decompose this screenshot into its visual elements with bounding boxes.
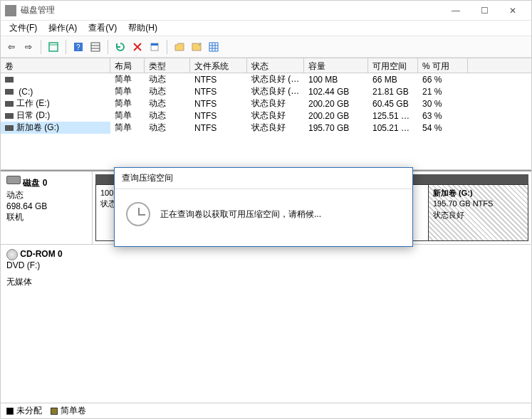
window-title: 磁盘管理 [21,4,442,16]
table-row[interactable]: 简单动态NTFS状态良好 (…100 MB66 MB66 % [1,73,531,85]
menubar: 文件(F) 操作(A) 查看(V) 帮助(H) [1,21,531,36]
legend-unallocated: 未分配 [16,405,42,417]
disk-size: 698.64 GB [6,201,86,211]
disk-info[interactable]: 磁盘 0 动态 698.64 GB 联机 [1,171,93,244]
table-row[interactable]: 日常 (D:)简单动态NTFS状态良好200.20 GB125.51 …63 % [1,110,531,122]
close-button[interactable]: ✕ [499,1,527,21]
col-type[interactable]: 类型 [145,58,190,73]
disk-label: 磁盘 0 [23,178,47,188]
col-fs[interactable]: 文件系统 [190,58,247,73]
clock-icon [126,202,150,226]
col-pct[interactable]: % 可用 [418,58,468,73]
svg-rect-3 [91,43,100,51]
properties-icon[interactable] [147,39,162,55]
cdrom-label: CD-ROM 0 [20,249,62,259]
help-icon[interactable]: ? [71,39,86,55]
legend: 未分配 简单卷 [1,403,531,418]
cdrom-drive: DVD (F:) [6,260,88,270]
cdrom-icon [6,249,18,260]
forward-button[interactable]: ⇨ [21,39,36,55]
separator [167,40,167,54]
separator [66,40,66,54]
legend-swatch-unallocated [6,408,14,415]
disk-icon [6,176,21,184]
minimize-button[interactable]: — [442,1,470,21]
partition[interactable]: 新加卷 (G:)195.70 GB NTFS状态良好 [428,185,528,240]
col-status[interactable]: 状态 [247,58,304,73]
svg-rect-0 [49,43,58,51]
svg-rect-7 [209,43,218,51]
col-free[interactable]: 可用空间 [368,58,418,73]
dialog-message: 正在查询卷以获取可用压缩空间，请稍候... [160,208,321,221]
disk-state: 联机 [6,211,86,223]
list-icon[interactable] [88,39,103,55]
show-hide-button[interactable] [46,39,61,55]
volume-list: 卷 布局 类型 文件系统 状态 容量 可用空间 % 可用 简单动态NTFS状态良… [1,58,531,170]
disk-type: 动态 [6,189,86,201]
svg-rect-5 [151,43,158,46]
menu-action[interactable]: 操作(A) [43,21,83,36]
table-row[interactable]: (C:)简单动态NTFS状态良好 (…102.44 GB21.81 GB21 % [1,85,531,97]
menu-file[interactable]: 文件(F) [4,21,43,36]
cdrom-info[interactable]: CD-ROM 0 DVD (F:) 无媒体 [1,245,93,403]
legend-simple: 简单卷 [61,405,86,417]
separator [108,40,108,54]
menu-view[interactable]: 查看(V) [83,21,122,36]
svg-text:?: ? [76,43,80,51]
table-row[interactable]: 工作 (E:)简单动态NTFS状态良好200.20 GB60.45 GB30 % [1,97,531,110]
menu-help[interactable]: 帮助(H) [122,21,163,36]
col-cap[interactable]: 容量 [304,58,368,73]
delete-icon[interactable] [130,39,145,55]
column-headers[interactable]: 卷 布局 类型 文件系统 状态 容量 可用空间 % 可用 [1,58,531,73]
save-icon[interactable] [189,39,204,55]
col-volume[interactable]: 卷 [1,58,110,73]
open-icon[interactable] [172,39,187,55]
dialog-title: 查询压缩空间 [115,168,412,189]
titlebar[interactable]: 磁盘管理 — ☐ ✕ [1,1,531,21]
cdrom-state: 无媒体 [6,276,88,288]
legend-swatch-simple [51,408,58,415]
maximize-button[interactable]: ☐ [470,1,499,21]
separator [41,40,41,54]
refresh-icon[interactable] [113,39,128,55]
volume-rows: 简单动态NTFS状态良好 (…100 MB66 MB66 % (C:)简单动态N… [1,73,531,169]
shrink-query-dialog[interactable]: 查询压缩空间 正在查询卷以获取可用压缩空间，请稍候... [114,167,413,247]
settings-icon[interactable] [206,39,221,55]
app-icon [5,5,16,16]
table-row[interactable]: 新加卷 (G:)简单动态NTFS状态良好195.70 GB105.21 …54 … [1,122,531,134]
toolbar: ⇦ ⇨ ? [1,36,531,58]
cdrom-panel: CD-ROM 0 DVD (F:) 无媒体 [1,244,531,403]
col-layout[interactable]: 布局 [110,58,145,73]
back-button[interactable]: ⇦ [4,39,19,55]
